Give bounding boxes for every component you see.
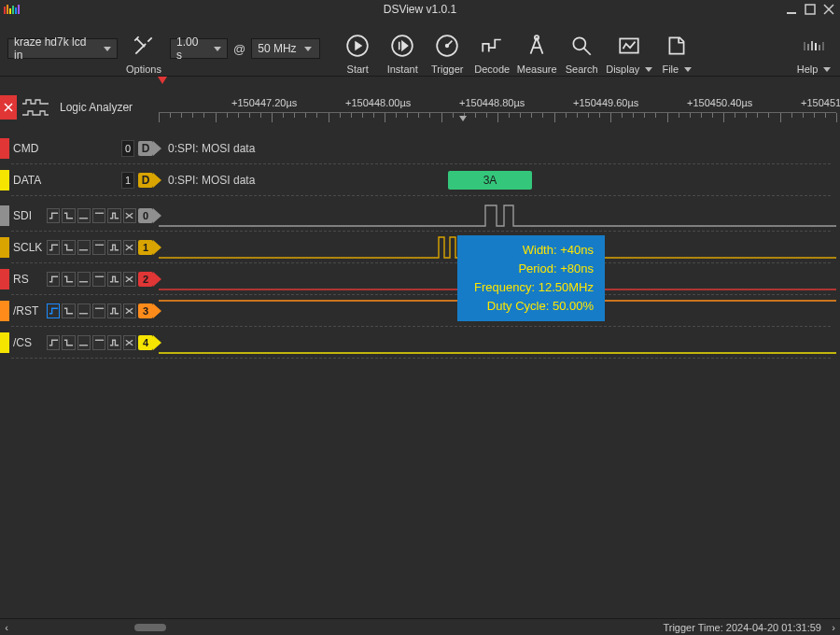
trigger-mode-button[interactable] <box>47 240 60 255</box>
time-tick-label: +150447.20µs <box>231 97 297 108</box>
trigger-mode-button[interactable] <box>77 208 91 223</box>
waveform[interactable] <box>159 327 836 359</box>
trigger-mode-button[interactable] <box>123 303 136 318</box>
trigger-mode-button[interactable] <box>62 208 75 223</box>
channel-color <box>0 205 9 226</box>
channel-color <box>0 301 9 321</box>
trigger-mode-button[interactable] <box>77 335 91 350</box>
instant-button[interactable]: Instant <box>382 22 423 75</box>
scroll-right-button[interactable]: › <box>827 622 840 633</box>
channel-row: /CS4 <box>0 327 840 359</box>
decode-value: 3A <box>448 171 532 190</box>
chevron-down-icon <box>214 47 221 51</box>
chevron-down-icon <box>823 67 831 72</box>
instant-icon <box>390 30 414 62</box>
trigger-mode-group <box>47 208 136 223</box>
trigger-mode-button[interactable] <box>47 208 60 223</box>
help-button[interactable]: Help <box>793 22 834 75</box>
trigger-mode-button[interactable] <box>62 272 75 287</box>
scrollbar[interactable] <box>13 623 274 632</box>
time-tick-label: +150450.40µs <box>687 97 752 108</box>
device-select[interactable]: kraze hd7k lcd in <box>7 38 118 59</box>
trigger-marker[interactable] <box>463 116 467 121</box>
channel-name: SDI <box>13 209 32 222</box>
channel-name: /RST <box>13 304 38 318</box>
channel-row: SDI0 <box>0 200 840 232</box>
measure-tooltip: Width: +40ns Period: +80ns Frequency: 12… <box>457 235 605 321</box>
trigger-mode-button[interactable] <box>92 272 105 287</box>
trigger-mode-button[interactable] <box>92 240 105 255</box>
timebase-select[interactable]: 1.00 s <box>170 38 228 59</box>
time-axis[interactable]: +150447.20µs +150448.00µs +150448.80µs +… <box>159 84 836 121</box>
trigger-mode-button[interactable] <box>62 335 75 350</box>
decode-button[interactable]: Decode <box>471 22 512 75</box>
chevron-down-icon <box>645 67 652 72</box>
trigger-mode-button[interactable] <box>62 240 75 255</box>
decoder-index[interactable]: 0 <box>121 140 134 157</box>
trigger-mode-button[interactable] <box>92 335 105 350</box>
trigger-mode-button[interactable] <box>123 208 136 223</box>
trigger-mode-button[interactable] <box>77 240 91 255</box>
trigger-mode-button[interactable] <box>107 303 120 318</box>
trigger-mode-button[interactable] <box>107 208 120 223</box>
trigger-mode-button[interactable] <box>62 303 75 318</box>
mode-label: Logic Analyzer <box>54 101 133 114</box>
options-button[interactable]: Options <box>123 22 164 75</box>
close-button[interactable] <box>819 0 838 18</box>
channel-row: RS2 <box>0 263 840 295</box>
window-title: DSView v1.0.1 <box>0 3 840 16</box>
scroll-left-button[interactable]: ‹ <box>0 622 13 633</box>
cursor-marker[interactable] <box>162 77 167 84</box>
trigger-mode-button[interactable] <box>47 303 60 318</box>
trigger-mode-button[interactable] <box>107 240 120 255</box>
trigger-mode-button[interactable] <box>123 240 136 255</box>
samplerate-select[interactable]: 50 MHz <box>251 38 320 59</box>
file-button[interactable]: File <box>656 22 697 75</box>
decoder-name: DATA <box>13 174 41 187</box>
chevron-down-icon <box>304 47 312 51</box>
trigger-mode-button[interactable] <box>123 335 136 350</box>
chevron-down-icon <box>104 47 111 51</box>
chevron-down-icon <box>684 67 692 72</box>
options-icon <box>132 30 156 62</box>
minimize-button[interactable] <box>782 0 801 18</box>
display-icon <box>617 30 641 62</box>
decoder-index[interactable]: 1 <box>121 172 134 189</box>
search-button[interactable]: Search <box>561 22 602 75</box>
trigger-mode-button[interactable] <box>123 272 136 287</box>
start-button[interactable]: Start <box>337 22 378 75</box>
time-tick-label: +150448.80µs <box>459 97 525 108</box>
help-icon <box>802 30 826 62</box>
trigger-mode-button[interactable] <box>92 303 105 318</box>
close-tab-button[interactable] <box>0 95 17 120</box>
display-button[interactable]: Display <box>606 22 652 75</box>
decoder-label: 0:SPI: MOSI data <box>168 142 255 155</box>
scroll-thumb[interactable] <box>134 624 166 631</box>
maximize-button[interactable] <box>801 0 819 18</box>
file-icon <box>665 30 689 62</box>
waveform[interactable] <box>159 200 836 232</box>
measure-button[interactable]: Measure <box>516 22 557 75</box>
trigger-mode-button[interactable] <box>47 272 60 287</box>
trigger-mode-button[interactable] <box>92 208 105 223</box>
search-icon <box>569 30 594 62</box>
trigger-mode-button[interactable] <box>47 335 60 350</box>
decoder-name: CMD <box>13 142 38 155</box>
decoder-arrow[interactable]: D <box>138 139 162 158</box>
timebase-value: 1.00 s <box>176 35 206 62</box>
gauge-icon <box>435 30 459 62</box>
samplerate-value: 50 MHz <box>258 42 296 55</box>
channel-color <box>0 138 9 159</box>
trigger-mode-button[interactable] <box>77 272 91 287</box>
time-tick-label: +150449.60µs <box>573 97 638 108</box>
trigger-mode-button[interactable] <box>77 303 91 318</box>
time-tick-label: +150448.00µs <box>345 97 411 108</box>
toolbar: kraze hd7k lcd in Options 1.00 s @ 50 MH… <box>0 19 840 77</box>
trigger-mode-button[interactable] <box>107 272 120 287</box>
trigger-mode-group <box>47 303 136 318</box>
trigger-button[interactable]: Trigger <box>427 22 468 75</box>
trigger-mode-button[interactable] <box>107 335 120 350</box>
logic-analyzer-icon <box>17 95 54 120</box>
channel-color <box>0 237 9 258</box>
decode-icon <box>480 30 504 62</box>
